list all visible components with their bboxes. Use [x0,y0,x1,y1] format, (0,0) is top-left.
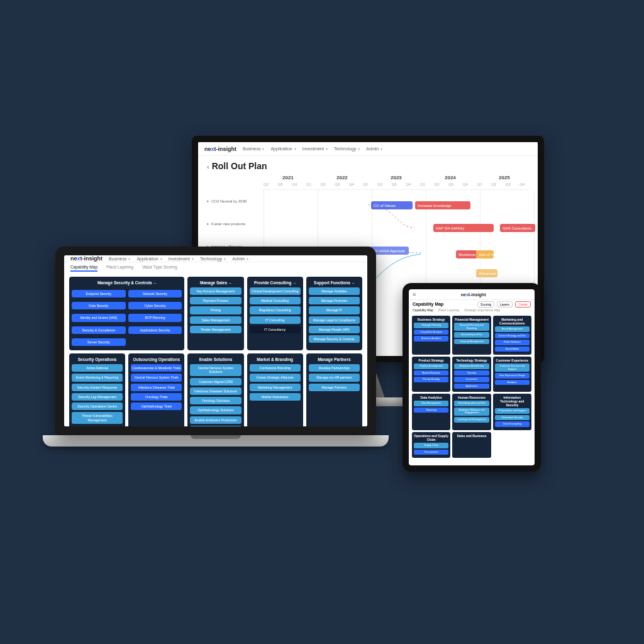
roadmap-bar[interactable]: Unit of Values [476,250,494,258]
capability-item[interactable]: Regulatory Consulting [250,306,301,314]
nav-investment[interactable]: Investment▾ [303,147,328,151]
menu-icon[interactable]: ≡ [413,291,416,297]
capability-item[interactable]: Content Strategy and Dev [495,333,530,339]
capability-item[interactable]: Innovation [454,377,489,382]
capability-item[interactable]: BCP Planning [128,314,182,321]
tab-capability-map[interactable]: Capability Map [70,265,97,272]
capability-item[interactable]: Network Security [128,290,182,297]
tab-place-layering[interactable]: Place Layering [438,308,459,312]
capability-item[interactable]: User Experience Design [495,373,530,379]
capability-item[interactable]: Identity and Access (IAM) [72,314,126,321]
capability-item[interactable]: IT Operations and Support [495,408,530,414]
capability-item[interactable]: Data Security [72,302,126,309]
capability-title[interactable]: Information Technology and Security [495,396,530,408]
roadmap-bar[interactable]: Increase knowledge [415,201,470,209]
capability-item[interactable]: Security [454,370,489,376]
capability-item[interactable]: Customer Aligned CRM [190,378,241,386]
nav-technology[interactable]: Technology▾ [200,257,226,261]
goal-label[interactable]: Foster new products [207,221,260,226]
capability-item[interactable]: Threat Vulnerabilities Management [72,412,123,423]
tab-strategic-importance[interactable]: Strategic Importance Map [464,308,500,312]
capability-item[interactable]: Deliver Global Health Medicine [190,426,241,426]
nav-admin[interactable]: Admin▾ [232,257,248,261]
capability-item[interactable]: Central Nervous System Trials [131,374,182,381]
capability-title[interactable]: Human Resources [454,396,489,401]
capability-item[interactable]: Analytics [495,380,530,386]
capability-item[interactable]: Learning and Development [454,417,489,423]
capability-item[interactable]: Event Monitoring & Reporting [72,374,123,381]
roadmap-bar[interactable]: GAS Consultants [500,224,535,232]
capability-item[interactable]: Brand Management [495,326,530,332]
capability-item[interactable]: Security & Compliance [72,326,126,334]
capability-item[interactable]: Accounting and Tax [454,332,489,338]
capability-item[interactable]: Manage Partners [309,384,360,391]
nav-technology[interactable]: Technology▾ [334,147,360,151]
capability-title[interactable]: Product Strategy [414,358,448,364]
capability-item[interactable]: Data Management [414,401,448,406]
capability-item[interactable]: Reporting [414,408,448,413]
capability-item[interactable]: Ophthalmology Solutions [190,406,241,414]
capability-item[interactable]: Information Security [495,415,530,421]
capability-item[interactable]: Manage People (HR) [309,326,360,333]
capability-title[interactable]: Manage Partners [309,356,360,364]
capability-item[interactable]: Manage Security & Controls [309,335,360,343]
capability-item[interactable]: Supply Chain [414,443,448,448]
create-button[interactable]: Create [515,301,531,308]
capability-item[interactable]: Ophthalmology Trials [131,402,182,410]
capability-item[interactable]: Manage Legal & Compliance [309,316,360,324]
capability-item[interactable]: Employee Relations and Engagement [454,408,489,416]
capability-title[interactable]: Marketing and Communications [495,318,530,326]
capability-title[interactable]: Provide Consulting– [250,279,301,287]
capability-title[interactable]: Manage Sales– [190,279,241,287]
capability-item[interactable]: Endpoint Security [72,290,126,297]
capability-title[interactable]: Operations and Supply Chain [414,434,448,443]
tab-place-layering[interactable]: Place Layering [106,265,133,272]
capability-item[interactable]: Infectious Diseases Solutions [190,387,241,395]
tab-capability-map[interactable]: Capability Map [413,308,433,312]
capability-item[interactable]: Applications Security [128,326,182,334]
capability-item[interactable]: Market Awareness [250,393,301,401]
capability-item[interactable]: Tender Management [190,326,241,333]
capability-item[interactable]: Active Defense [72,364,123,372]
capability-item[interactable]: Treasury Management [454,339,489,345]
capability-item[interactable]: Marketing Management [250,384,301,391]
capability-item[interactable]: Infectious Diseases Trials [131,384,182,391]
capability-item[interactable]: Oncology Trials [131,393,182,401]
capability-item[interactable]: Conference Branding [250,364,301,372]
capability-item[interactable]: Public Relations [495,340,530,345]
nav-application[interactable]: Application▾ [270,147,296,151]
tab-value-type-scoring[interactable]: Value Type Scoring [142,265,177,272]
capability-item[interactable]: Strategic Planning [414,323,448,328]
capability-item[interactable]: Create Strategic Alliances [250,374,301,381]
capability-item[interactable]: Server Security [72,338,126,346]
goal-label[interactable]: CO2 Neutral by 2030 [207,199,260,204]
capability-item[interactable]: Security Operations Centre [72,402,123,410]
layers-button[interactable]: Layers [497,301,513,308]
capability-item[interactable]: Enable Antibiotics Production [190,416,241,424]
capability-item[interactable]: Application [454,384,489,389]
capability-item[interactable]: Customer Success and Support [495,364,530,372]
capability-item[interactable]: Cloud Computing [495,421,530,427]
capability-item[interactable]: Market Research [414,370,448,376]
capability-item[interactable]: Manage Finances [309,297,360,304]
capability-title[interactable]: Security Operations [72,356,123,364]
nav-investment[interactable]: Investment▾ [169,257,194,261]
capability-item[interactable]: IT Consultancy [250,326,301,333]
roadmap-bar[interactable]: Advanced [476,269,497,277]
roadmap-bar[interactable]: SAP S/4 (HANA) [433,224,494,232]
nav-business[interactable]: Business▾ [109,257,130,261]
nav-business[interactable]: Business▾ [243,147,264,151]
capability-item[interactable]: Key Account Management [190,287,241,295]
capability-item[interactable]: Competitive Analysis [414,330,448,335]
capability-item[interactable]: Develop Partnerships [309,364,360,372]
capability-item[interactable]: Clinical Development Consulting [250,287,301,295]
capability-title[interactable]: Support Functions– [309,279,360,287]
capability-title[interactable]: Data Analytics [414,396,448,401]
capability-item[interactable]: Payment Process [190,297,241,304]
capability-item[interactable]: Enterprise Architecture [454,364,489,369]
back-icon[interactable]: ‹ [207,163,209,170]
capability-item[interactable]: Security Incident Response [72,384,123,391]
capability-title[interactable]: Enable Solutions [190,356,241,364]
capability-item[interactable]: Social Media [495,347,530,352]
capability-title[interactable]: Sales and Business [454,434,489,439]
